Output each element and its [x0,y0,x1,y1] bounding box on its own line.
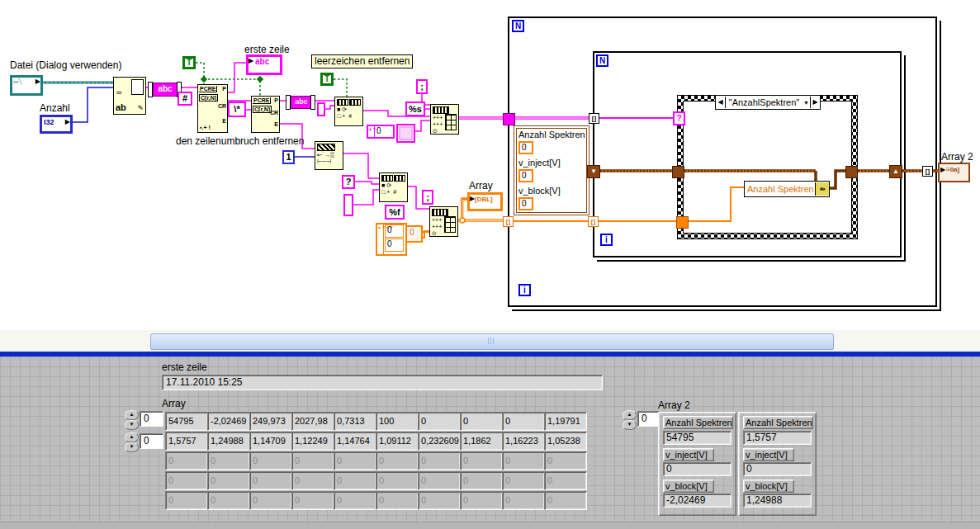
array-cell[interactable]: 1,5757 [165,432,208,451]
array2-index-control[interactable]: ▲ ▼ [623,410,637,430]
semicolon-constant[interactable]: ; [416,79,428,94]
regex-star-constant[interactable]: \* [228,102,246,117]
loop-iteration-terminal[interactable]: i [518,284,531,296]
cluster-field-value[interactable]: 0 [743,462,812,476]
case-prev-button[interactable]: ◀ [716,97,726,108]
scrollbar-thumb[interactable] [150,333,834,350]
increment-button[interactable]: ▲ [125,432,139,442]
array-cell[interactable]: 249,973 [249,412,292,431]
decrement-button[interactable]: ▼ [125,442,139,452]
question-string-constant[interactable]: ? [342,175,355,189]
array-col-index-control[interactable]: ▲ ▼ [125,432,139,452]
case-next-button[interactable]: ▶ [810,97,820,108]
case-dropdown-icon[interactable]: ▼ [802,100,810,106]
empty-array-constant[interactable] [396,124,415,143]
array-cell[interactable]: 1,14709 [249,432,292,451]
auto-index-tunnel[interactable]: [] [503,216,514,227]
search-replace-string-node[interactable]: ■ ⟳ □.+ # [379,172,408,202]
array-cell[interactable]: 2027,98 [291,412,334,431]
tunnel-dbl-array[interactable] [676,216,689,229]
hash-string-constant[interactable]: # [178,92,192,106]
cluster-field-value[interactable]: 0 [663,462,731,476]
cluster-field-value[interactable]: 1,24988 [743,494,812,508]
array2-cluster-array-indicator[interactable]: ▶ ≡0a] [938,163,970,182]
tunnel-string-array[interactable] [503,113,515,125]
array-cell[interactable]: 0 [502,412,545,431]
cluster-constant[interactable]: Anzahl Spektren 0 v_inject[V] 0 v_block[… [514,125,589,215]
array-cell[interactable]: 0,7313 [334,412,376,431]
empty-string-constant[interactable] [317,102,325,116]
case-selector[interactable]: ◀ "AnzahlSpektren" ▼ ▶ [715,95,821,110]
match-regex-node[interactable]: PCRE C[r,N] P CR E ▪.+ ! [197,84,228,133]
zero-numeric-constant[interactable]: ▲▼ 0 [367,125,395,139]
shift-register-left[interactable]: ▼ [587,165,600,178]
first-line-string-indicator[interactable]: ▶ abc [246,54,282,75]
format-float-constant[interactable]: %f [385,205,405,220]
increment-button[interactable]: ▲ [125,410,139,420]
tunnel-cluster[interactable] [672,166,684,178]
one-numeric-constant[interactable]: 1 [282,150,295,164]
auto-index-tunnel[interactable]: [] [588,216,599,227]
array2-index-value[interactable]: 0 [637,411,660,427]
array-cell[interactable]: 100 [376,412,419,431]
array-cell[interactable]: 1,14764 [334,432,376,451]
semicolon-constant[interactable]: ; [422,190,433,205]
cluster-element[interactable]: Anzahl Spektren 1,5757 v_inject[V] 0 v_b… [738,412,817,516]
array-cell[interactable]: 0,232609 [418,432,461,451]
array-cell[interactable]: 1,09112 [376,432,419,451]
split-string-node[interactable]: ▪⌐˙→▒ ⊢─⊣ [315,141,343,170]
cluster-field-value[interactable]: 0 [518,197,533,210]
loop-count-terminal[interactable]: N [512,20,524,32]
array-cell[interactable]: 1,12249 [291,432,334,451]
read-text-file-node[interactable]: ∞ ab ✎ [113,77,146,115]
spinner-icon[interactable]: ▲▼ [368,126,375,137]
array-cell[interactable]: 1,19791 [544,412,587,431]
auto-index-tunnel[interactable]: [] [922,166,933,177]
cluster-element[interactable]: Anzahl Spektren 54795 v_inject[V] 0 v_bl… [658,412,736,516]
spinner-icon[interactable]: ▲▼▲▼ [377,224,384,254]
empty-numeric-element[interactable]: 0 [405,225,423,243]
loop-count-terminal[interactable]: N [596,54,608,67]
array-cell[interactable]: 0 [460,412,503,431]
case-selector-terminal[interactable]: ? [673,111,685,125]
cluster-field-value[interactable]: 0 [518,141,533,154]
array-cell[interactable]: 1,05238 [544,432,587,451]
search-replace-string-node[interactable]: ■ ⟳ □.+ # [334,97,363,126]
array-cell[interactable]: 0 [418,412,461,431]
empty-string-constant[interactable] [343,194,353,216]
cluster-field-value[interactable]: -2,02469 [663,494,731,508]
numeric-array-constant[interactable]: ▲▼▲▼ 0 0 [376,223,407,256]
array-dbl-indicator[interactable]: ▶ [DBL] [467,192,503,211]
trim-whitespace-node[interactable]: abc [286,95,315,108]
increment-button[interactable]: ▲ [623,410,637,420]
spreadsheet-string-to-array-node[interactable]: +++ +++ ⊙ [429,206,458,237]
spreadsheet-string-to-array-node[interactable]: +++ +++ ⊙ [430,104,459,135]
true-constant[interactable]: T [320,73,334,86]
cluster-field-value[interactable]: 54795 [663,431,731,445]
match-regex-node[interactable]: PCRE C[r,N] P CR E [251,96,280,133]
trim-whitespace-node[interactable]: abc [148,82,182,96]
tunnel-cluster[interactable] [845,166,858,178]
array-row-index-value[interactable]: 0 [140,411,163,427]
array-cell[interactable]: -2,02469 [207,412,250,431]
array-cell[interactable]: 1,16223 [502,432,545,451]
shift-register-right[interactable]: ▲ [889,165,902,178]
array-cell[interactable]: 1,1862 [460,432,503,451]
auto-index-tunnel[interactable]: [] [589,113,599,124]
decrement-button[interactable]: ▼ [125,420,139,430]
i32-control[interactable]: I32 ▶ [40,115,73,134]
decrement-button[interactable]: ▼ [623,420,637,430]
bundle-by-name-node[interactable]: Anzahl Spektren ⇻ [744,181,830,197]
array-row-index-control[interactable]: ▲ ▼ [125,410,139,430]
array-cell[interactable]: 54795 [165,412,208,431]
file-path-control[interactable]: ▭╲ ▶ [10,75,43,96]
true-constant[interactable]: T [182,56,196,69]
format-string-constant[interactable]: %s [405,102,425,116]
array-cell[interactable]: 1,24988 [207,432,250,451]
loop-iteration-terminal[interactable]: i [600,234,613,246]
first-line-string-field[interactable]: 17.11.2010 15:25 [162,375,603,390]
array-col-index-value[interactable]: 0 [140,433,163,449]
diagram-horizontal-scrollbar[interactable] [0,330,980,352]
cluster-field-value[interactable]: 1,5757 [743,431,812,445]
cluster-field-value[interactable]: 0 [518,169,533,182]
